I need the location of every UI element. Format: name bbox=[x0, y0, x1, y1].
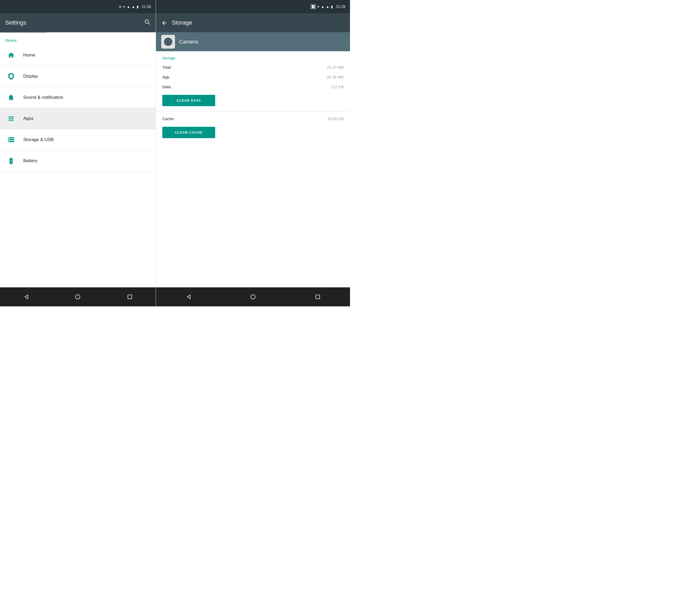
sidebar-item-display[interactable]: Display bbox=[0, 66, 156, 87]
home-button-right[interactable] bbox=[247, 291, 259, 303]
apps-label: Apps bbox=[23, 116, 34, 121]
scroll-thumb bbox=[0, 32, 47, 33]
storage-title: Storage bbox=[172, 19, 345, 26]
svg-rect-4 bbox=[128, 295, 132, 299]
svg-point-3 bbox=[76, 295, 80, 299]
signal-icon: ▲ bbox=[127, 5, 130, 9]
signal-icon-right: ▲ bbox=[321, 5, 324, 9]
storage-row-total: Total 26.47 MB bbox=[156, 62, 350, 72]
recent-button-right[interactable] bbox=[312, 291, 323, 303]
cache-label: Cache bbox=[162, 116, 174, 121]
section-header-device: Device bbox=[0, 33, 156, 44]
status-bar-right: ⬜ ▾ ▲ ▲ ▮ 21:29 bbox=[156, 0, 350, 13]
home-icon bbox=[5, 49, 17, 61]
home-label: Home bbox=[23, 53, 35, 58]
storage-panel: ⬜ ▾ ▲ ▲ ▮ 21:29 Storage Came bbox=[156, 0, 350, 306]
battery-status-icon: ▮ bbox=[137, 5, 139, 9]
signal2-icon-right: ▲ bbox=[326, 5, 329, 9]
total-label: Total bbox=[162, 65, 171, 69]
home-button-left[interactable] bbox=[72, 291, 84, 303]
bottom-nav-right bbox=[156, 287, 350, 306]
signal2-icon: ▲ bbox=[132, 5, 135, 9]
storage-divider bbox=[156, 112, 350, 112]
app-label: App bbox=[162, 75, 169, 79]
status-time-right: 21:29 bbox=[336, 4, 345, 9]
battery-label: Battery bbox=[23, 158, 38, 164]
dnd-icon: ⊖ bbox=[119, 5, 122, 9]
svg-marker-10 bbox=[188, 295, 190, 299]
wifi-icon-right: ▾ bbox=[318, 5, 319, 9]
storage-row-cache: Cache 36.00 KB bbox=[156, 114, 350, 123]
apps-icon bbox=[5, 113, 17, 125]
back-button-right[interactable] bbox=[182, 291, 194, 303]
clear-cache-button[interactable]: CLEAR CACHE bbox=[162, 127, 215, 138]
storage-row-app: App 26.36 MB bbox=[156, 72, 350, 82]
sidebar-item-apps[interactable]: Apps bbox=[0, 108, 156, 129]
data-label: Data bbox=[162, 84, 171, 89]
recent-button-left[interactable] bbox=[124, 291, 136, 303]
storage-app-bar: Storage bbox=[156, 13, 350, 32]
settings-list: Device Home Display bbox=[0, 33, 156, 287]
total-value: 26.47 MB bbox=[327, 65, 344, 69]
camera-app-bar: Camera bbox=[156, 32, 350, 51]
cache-value: 36.00 KB bbox=[327, 116, 344, 121]
status-icons-left: ⊖ ▾ ▲ ▲ ▮ 21:26 bbox=[119, 4, 151, 9]
battery-icon bbox=[5, 155, 17, 167]
display-label: Display bbox=[23, 74, 38, 79]
gallery-icon: ⬜ bbox=[310, 4, 316, 9]
back-button-left[interactable] bbox=[20, 291, 32, 303]
camera-app-icon bbox=[161, 35, 175, 49]
battery-status-icon-right: ▮ bbox=[331, 5, 333, 9]
svg-marker-2 bbox=[25, 295, 28, 299]
wifi-icon: ▾ bbox=[123, 5, 125, 9]
clear-data-button[interactable]: CLEAR DATA bbox=[162, 95, 215, 106]
svg-rect-12 bbox=[316, 295, 320, 299]
storage-row-data: Data 112 KB bbox=[156, 82, 350, 92]
status-icons-right: ⬜ ▾ ▲ ▲ ▮ 21:29 bbox=[310, 4, 345, 9]
back-button-storage[interactable] bbox=[161, 19, 168, 26]
data-value: 112 KB bbox=[331, 84, 344, 89]
settings-app-bar: Settings bbox=[0, 13, 156, 32]
status-time-left: 21:26 bbox=[142, 4, 151, 9]
display-icon bbox=[5, 70, 17, 82]
sidebar-item-sound[interactable]: Sound & notification bbox=[0, 87, 156, 108]
storage-usb-label: Storage & USB bbox=[23, 137, 54, 142]
scroll-indicator bbox=[0, 32, 156, 33]
sound-icon bbox=[5, 92, 17, 103]
sidebar-item-home[interactable]: Home bbox=[0, 44, 156, 66]
svg-point-9 bbox=[168, 40, 169, 41]
storage-icon bbox=[5, 134, 17, 145]
storage-content: Storage Total 26.47 MB App 26.36 MB Data… bbox=[156, 51, 350, 287]
bottom-nav-left bbox=[0, 287, 156, 306]
sound-label: Sound & notification bbox=[23, 95, 63, 100]
sidebar-item-storage[interactable]: Storage & USB bbox=[0, 129, 156, 150]
search-button[interactable] bbox=[144, 19, 150, 27]
svg-line-1 bbox=[148, 23, 150, 25]
app-value: 26.36 MB bbox=[327, 75, 344, 79]
settings-title: Settings bbox=[5, 19, 144, 26]
camera-app-name: Camera bbox=[179, 39, 198, 45]
sidebar-item-battery[interactable]: Battery bbox=[0, 150, 156, 171]
settings-panel: ⊖ ▾ ▲ ▲ ▮ 21:26 Settings Device bbox=[0, 0, 156, 306]
status-bar-left: ⊖ ▾ ▲ ▲ ▮ 21:26 bbox=[0, 0, 156, 13]
svg-point-11 bbox=[251, 295, 255, 299]
storage-section-header: Storage bbox=[156, 51, 350, 62]
